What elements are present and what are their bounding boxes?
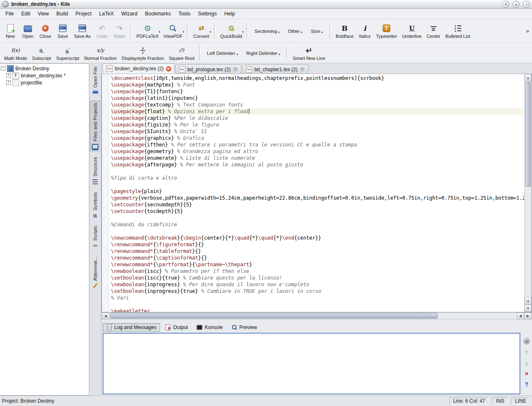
smart-new-line-button[interactable]: Smart New Line <box>291 45 327 61</box>
menu-view[interactable]: View <box>34 9 53 18</box>
code-line: \renewcommand*{\figureformat}{} <box>111 241 524 248</box>
sidebar-tab-open-file[interactable]: Open File <box>90 64 101 98</box>
sidebar-tab-files-and-projects[interactable]: Files and Projects <box>90 101 101 152</box>
scroll-up-icon[interactable]: ▲ <box>525 74 532 82</box>
text-cursor <box>249 109 249 114</box>
project-icon <box>7 65 14 72</box>
button-label: Italics <box>359 34 371 39</box>
open-button[interactable]: Open <box>20 22 36 39</box>
log-messages-view[interactable] <box>103 333 520 394</box>
bulleted-list-button[interactable]: Bulleted List <box>443 22 473 39</box>
size-button[interactable]: Size▾ <box>307 25 327 37</box>
vertical-scrollbar-thumb[interactable] <box>525 82 531 187</box>
sectioning-button[interactable]: Sectioning▾ <box>251 25 283 37</box>
displaystyle-fraction-button[interactable]: Displaystyle Fraction <box>120 45 166 61</box>
italics-button[interactable]: Italics <box>357 22 373 39</box>
maximize-button[interactable]: ▴ <box>512 1 520 8</box>
new-button[interactable]: New <box>2 22 19 39</box>
menu-bookmarks[interactable]: Bookmarks <box>141 9 175 18</box>
toolbar-overflow-button[interactable]: » <box>525 27 531 35</box>
editor-tab-bd-chapter1-tex-2[interactable]: bd_chapter1.tex (2)× <box>242 64 308 74</box>
panel-tab-preview[interactable]: Preview <box>228 323 261 332</box>
superscript-button[interactable]: Superscript <box>54 45 81 61</box>
panel-tab-output[interactable]: Output <box>161 323 192 332</box>
editor-tab-label: bd_chapter1.tex (2) <box>254 67 298 72</box>
horizontal-scrollbar-thumb[interactable] <box>110 313 438 319</box>
save-as-button[interactable]: Save As <box>72 22 93 39</box>
undo-button[interactable]: Undo <box>94 22 110 39</box>
collapse-expander-icon[interactable]: − <box>1 66 5 71</box>
underline-button[interactable]: Underline <box>400 22 424 39</box>
pdflatex-button[interactable]: PDFLaTeX▾ <box>134 22 160 39</box>
editor-tab-bd-prologue-tex-2[interactable]: bd_prologue.tex (2)× <box>175 64 241 74</box>
tab-close-icon[interactable]: × <box>300 67 305 72</box>
square-root-button[interactable]: Square Root <box>167 45 197 61</box>
panel-tab-label: Log and Messages <box>114 324 156 330</box>
menu-edit[interactable]: Edit <box>17 9 34 18</box>
log-errors-button[interactable] <box>523 370 530 377</box>
menu-help[interactable]: Help <box>221 9 239 18</box>
log-help-button[interactable] <box>523 381 530 388</box>
redo-button[interactable]: Redo <box>111 22 128 39</box>
window-menu-icon[interactable] <box>2 1 9 7</box>
log-previous-issue-button[interactable] <box>523 348 530 356</box>
editor-text-area[interactable]: \documentclass[10pt,twoside,english,norm… <box>109 74 524 312</box>
horizontal-scrollbar-track[interactable] <box>438 312 517 319</box>
sidebar-tab-symbols[interactable]: Symbols <box>90 190 101 221</box>
scroll-left-secondary-icon[interactable]: ◀ <box>517 312 524 319</box>
menu-build[interactable]: Build <box>53 9 72 18</box>
sidebar-tab-abbreviat[interactable]: Abbreviat... <box>90 254 101 291</box>
viewpdf-button[interactable]: ViewPDF▾ <box>162 22 185 39</box>
scroll-down-icon[interactable]: ▼ <box>525 304 532 312</box>
right-delimiter-button[interactable]: Right Delimiter▾ <box>242 47 284 59</box>
tab-close-icon[interactable]: × <box>233 67 238 72</box>
normal-fraction-button[interactable]: Normal Fraction <box>82 45 119 61</box>
text-editor[interactable]: \documentclass[10pt,twoside,english,norm… <box>101 74 532 312</box>
close-button[interactable]: Close <box>37 22 54 39</box>
project-tree-panel[interactable]: −Broken Destiny+broken_destiny.tex *+pro… <box>0 63 89 396</box>
convert-button[interactable]: Convert▾ <box>191 22 212 39</box>
expand-expander-icon[interactable]: + <box>6 80 11 85</box>
center-button[interactable]: Center <box>425 22 443 39</box>
vertical-scrollbar-track[interactable] <box>525 187 532 297</box>
tree-item-broken-destiny-tex[interactable]: +broken_destiny.tex * <box>6 72 88 79</box>
panel-tab-label: Konsole <box>204 324 222 330</box>
close-window-button[interactable]: × <box>523 1 530 8</box>
menu-file[interactable]: File <box>2 9 17 18</box>
tree-item-projectfile[interactable]: +projectfile <box>6 79 88 86</box>
scroll-right-icon[interactable]: ▶ <box>524 312 532 319</box>
panel-tab-konsole[interactable]: Konsole <box>193 323 226 332</box>
panel-tab-log-and-messages[interactable]: Log and Messages <box>103 323 160 332</box>
editor-tab-broken-destiny-tex-2[interactable]: broken_destiny.tex (2)× <box>103 63 175 74</box>
subscript-icon <box>37 45 47 55</box>
left-delimiter-button[interactable]: Left Delimiter▾ <box>203 47 241 59</box>
scroll-up-secondary-icon[interactable]: ▲ <box>525 297 532 304</box>
boldface-button[interactable]: Boldface <box>334 22 356 39</box>
minimize-button[interactable]: ▾ <box>502 1 509 8</box>
menu-tools[interactable]: Tools <box>175 9 194 18</box>
project-root-item[interactable]: −Broken Destiny <box>1 65 88 72</box>
titlebar[interactable]: broken_destiny.tex - Kile ▾ ▴ × <box>0 0 532 9</box>
save-button[interactable]: Save <box>54 22 71 39</box>
tab-close-icon[interactable]: × <box>166 66 171 72</box>
log-next-issue-button[interactable] <box>523 359 530 366</box>
menu-project[interactable]: Project <box>71 9 95 18</box>
typewriter-button[interactable]: Typewriter <box>374 22 399 39</box>
math-mode-button[interactable]: Math Mode <box>2 45 29 61</box>
horizontal-scrollbar[interactable]: ◀ ◀ ▶ <box>101 312 532 319</box>
menu-settings[interactable]: Settings <box>194 9 220 18</box>
scroll-left-icon[interactable]: ◀ <box>102 312 109 319</box>
close-icon <box>40 23 50 33</box>
vertical-scrollbar[interactable]: ▲ ▲ ▼ <box>524 74 532 312</box>
quickbuild-button[interactable]: QuickBuild▾ <box>218 22 244 39</box>
log-stop-button[interactable] <box>523 337 530 345</box>
log-icon <box>106 324 112 330</box>
panel-splitter[interactable] <box>101 319 532 322</box>
expand-expander-icon[interactable]: + <box>6 73 11 78</box>
sidebar-tab-scripts[interactable]: Scripts <box>90 224 101 251</box>
menu-wizard[interactable]: Wizard <box>118 9 141 18</box>
sidebar-tab-structure[interactable]: Structure <box>90 155 101 187</box>
subscript-button[interactable]: Subscript <box>30 45 53 61</box>
menu-latex[interactable]: LaTeX <box>95 9 117 18</box>
other-button[interactable]: Other▾ <box>284 25 306 37</box>
